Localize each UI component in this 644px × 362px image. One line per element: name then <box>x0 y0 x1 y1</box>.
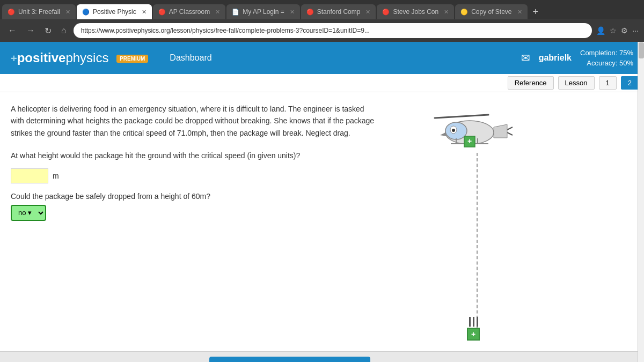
tab-icon-1: 🔴 <box>8 9 15 16</box>
check-answers-button[interactable]: Check Answers <box>209 357 370 363</box>
profile-icon[interactable]: 👤 <box>596 26 605 35</box>
refresh-button[interactable]: ↻ <box>42 25 54 37</box>
diagram-section: + + <box>386 103 558 341</box>
unit-label: m <box>53 172 59 180</box>
tab-close-4[interactable]: ✕ <box>290 9 295 16</box>
mail-icon[interactable]: ✉ <box>521 51 530 64</box>
tab-close-3[interactable]: ✕ <box>215 9 220 16</box>
scrollbar[interactable] <box>638 42 644 362</box>
tab-icon-6: 🔴 <box>382 9 390 16</box>
safely-drop-question: Could the package be safely dropped from… <box>11 192 376 201</box>
dashboard-link[interactable]: Dashboard <box>170 53 211 63</box>
tab-close-6[interactable]: ✕ <box>444 9 449 16</box>
accuracy-label: Accuracy: 50% <box>580 58 633 69</box>
footer-bar: Hint! Check Answers Cannot Be Solved <box>0 351 644 362</box>
tab-unit3-freefall[interactable]: 🔴 Unit 3: Freefall ✕ <box>2 4 76 19</box>
tab-my-ap-login[interactable]: 📄 My AP Login = ✕ <box>226 4 300 19</box>
address-input[interactable] <box>74 23 592 38</box>
address-bar: ← → ↻ ⌂ 👤 ☆ ⚙ ··· <box>0 19 644 42</box>
tab-copy-of-steve[interactable]: 🟡 Copy of Steve ✕ <box>455 4 527 19</box>
forward-button[interactable]: → <box>24 25 38 36</box>
lesson-nav-tabs: Reference Lesson 1 2 <box>0 74 644 92</box>
tab-icon-3: 🔴 <box>158 9 166 16</box>
svg-text:+: + <box>467 137 472 145</box>
new-tab-button[interactable]: + <box>529 4 543 19</box>
completion-info: Completion: 75% Accuracy: 50% <box>580 48 633 69</box>
tab-icon-4: 📄 <box>232 9 239 16</box>
helicopter-svg: + <box>419 103 526 157</box>
question-text: At what height would the package hit the… <box>11 150 376 161</box>
page-2-tab[interactable]: 2 <box>621 76 639 90</box>
problem-section: A helicopter is delivering food in an em… <box>11 103 376 341</box>
ground-indicator: + <box>467 317 480 341</box>
ground-line-2 <box>473 317 474 327</box>
completion-label: Completion: 75% <box>580 48 633 58</box>
tab-stanford[interactable]: 🔴 Stanford Comp ✕ <box>301 4 376 19</box>
back-button[interactable]: ← <box>5 25 19 36</box>
svg-point-6 <box>452 129 455 132</box>
dropdown-row: no ▾ yes <box>11 205 376 221</box>
tab-icon-2: 🔵 <box>82 9 90 16</box>
ground-line-1 <box>469 317 471 327</box>
header-right: ✉ gabrielk Completion: 75% Accuracy: 50% <box>521 48 633 69</box>
tab-steve-jobs[interactable]: 🔴 Steve Jobs Con ✕ <box>377 4 454 19</box>
ground-line-3 <box>477 317 478 327</box>
home-button[interactable]: ⌂ <box>58 25 69 36</box>
height-answer-input[interactable] <box>11 168 48 183</box>
helicopter-diagram: + + <box>419 103 526 341</box>
app-header: +positivephysics PREMIUM Dashboard ✉ gab… <box>0 42 644 74</box>
tab-close-7[interactable]: ✕ <box>517 9 522 16</box>
answer-row: m <box>11 168 376 183</box>
tab-bar: 🔴 Unit 3: Freefall ✕ 🔵 Positive Physic ✕… <box>0 0 644 19</box>
safe-drop-dropdown[interactable]: no ▾ yes <box>11 205 46 221</box>
main-content: A helicopter is delivering food in an em… <box>0 92 644 351</box>
premium-badge: PREMIUM <box>116 55 148 63</box>
browser-toolbar-icons: 👤 ☆ ⚙ ··· <box>596 26 639 35</box>
tab-close-2[interactable]: ✕ <box>142 9 147 16</box>
drop-line <box>477 153 478 335</box>
username-label: gabrielk <box>539 53 572 63</box>
tab-ap-classroom[interactable]: 🔴 AP Classroom ✕ <box>153 4 225 19</box>
page-1-tab[interactable]: 1 <box>599 76 617 90</box>
tab-close-5[interactable]: ✕ <box>365 9 370 16</box>
extensions-icon[interactable]: ⚙ <box>621 26 628 35</box>
lesson-tab[interactable]: Lesson <box>558 76 595 90</box>
problem-description: A helicopter is delivering food in an em… <box>11 103 376 139</box>
more-icon[interactable]: ··· <box>632 26 639 35</box>
tab-icon-7: 🟡 <box>460 9 468 16</box>
svg-line-0 <box>435 115 488 118</box>
tab-close-1[interactable]: ✕ <box>65 9 70 16</box>
ground-green-box: + <box>467 328 480 341</box>
favorites-icon[interactable]: ☆ <box>610 26 617 35</box>
app-logo: +positivephysics PREMIUM <box>11 50 148 65</box>
tab-positive-physics[interactable]: 🔵 Positive Physic ✕ <box>77 4 152 19</box>
scrollbar-thumb[interactable] <box>639 42 644 58</box>
tab-icon-5: 🔴 <box>306 9 314 16</box>
reference-tab[interactable]: Reference <box>508 76 554 90</box>
